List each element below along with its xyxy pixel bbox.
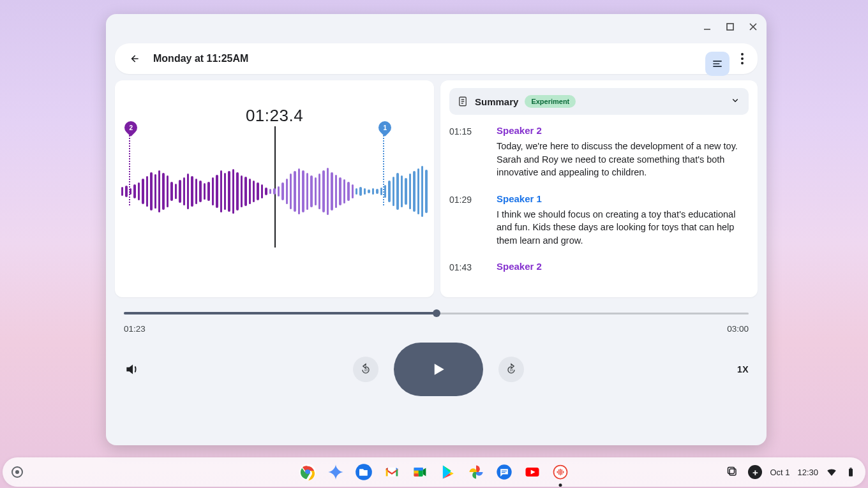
experiment-chip: Experiment [525, 95, 576, 108]
transcript-speaker: Speaker 1 [497, 193, 749, 204]
more-options-button[interactable] [733, 41, 751, 76]
summary-icon [457, 96, 468, 107]
play-store-app-icon[interactable] [438, 462, 458, 482]
volume-button[interactable] [124, 361, 140, 378]
shelf-apps [298, 462, 570, 482]
svg-rect-0 [727, 24, 733, 30]
summary-label: Summary [475, 96, 518, 107]
play-button[interactable] [394, 343, 483, 396]
gmail-app-icon[interactable] [382, 462, 401, 482]
transcript-timestamp: 01:43 [449, 261, 479, 276]
transcript-timestamp: 01:15 [449, 125, 479, 179]
chromeos-shelf: + Oct 1 12:30 [3, 457, 865, 487]
back-button[interactable] [126, 51, 142, 66]
app-header: Monday at 11:25AM [115, 43, 758, 74]
transcript-text: I think we should focus on creating a to… [497, 208, 749, 248]
svg-rect-11 [502, 471, 507, 471]
window-maximize-button[interactable] [724, 21, 736, 33]
player-controls: 01:23 03:00 10 10 1X [106, 297, 767, 403]
launcher-button[interactable] [11, 466, 23, 478]
playback-speed-button[interactable]: 1X [737, 364, 749, 374]
elapsed-time: 01:23 [124, 324, 146, 334]
shelf-date: Oct 1 [770, 468, 789, 477]
svg-rect-9 [414, 468, 423, 471]
recorder-app-icon[interactable] [551, 462, 570, 482]
files-app-icon[interactable] [354, 462, 373, 482]
transcript-entry[interactable]: 01:43Speaker 2 [449, 261, 749, 276]
chevron-down-icon [730, 94, 741, 108]
chrome-app-icon[interactable] [298, 462, 317, 482]
svg-rect-24 [850, 468, 852, 469]
transcript-panel: Summary Experiment 01:15Speaker 2Today, … [440, 80, 758, 297]
svg-text:10: 10 [364, 368, 368, 372]
waveform-bars [121, 147, 428, 236]
phone-hub-button[interactable]: + [748, 465, 762, 479]
photos-app-icon[interactable] [467, 462, 486, 482]
app-window: Monday at 11:25AM 01:23.4 2 1 Summary Ex… [106, 14, 767, 445]
recording-title: Monday at 11:25AM [153, 53, 705, 64]
shelf-time: 12:30 [797, 468, 818, 477]
transcript-entry[interactable]: 01:29Speaker 1I think we should focus on… [449, 193, 749, 248]
window-close-button[interactable] [747, 21, 759, 33]
transcript-timestamp: 01:29 [449, 193, 479, 248]
transcript-speaker: Speaker 2 [497, 261, 749, 272]
gemini-app-icon[interactable] [326, 462, 345, 482]
messages-app-icon[interactable] [495, 462, 514, 482]
system-status-area[interactable]: + Oct 1 12:30 [725, 464, 857, 480]
window-minimize-button[interactable] [701, 21, 713, 33]
svg-rect-21 [730, 469, 736, 475]
waveform-panel[interactable]: 01:23.4 2 1 [115, 80, 434, 297]
svg-rect-12 [502, 472, 505, 473]
youtube-app-icon[interactable] [523, 462, 542, 482]
tote-button[interactable] [725, 464, 740, 480]
meet-app-icon[interactable] [410, 462, 430, 482]
transcript-speaker: Speaker 2 [497, 125, 749, 136]
svg-text:10: 10 [510, 368, 514, 372]
window-titlebar [106, 14, 767, 40]
playhead-timecode: 01:23.4 [246, 106, 303, 126]
seek-track[interactable] [124, 309, 749, 318]
svg-rect-23 [849, 469, 853, 477]
battery-icon [845, 466, 857, 478]
transcript-toggle-button[interactable] [705, 52, 730, 76]
rewind-10-button[interactable]: 10 [353, 357, 378, 382]
forward-10-button[interactable]: 10 [498, 357, 524, 382]
transcript-list: 01:15Speaker 2Today, we're here to discu… [449, 125, 749, 290]
transcript-text: Today, we're here to discuss the develop… [497, 140, 749, 179]
svg-rect-22 [728, 468, 735, 474]
total-time: 03:00 [727, 324, 749, 334]
summary-toggle-row[interactable]: Summary Experiment [449, 88, 749, 115]
transcript-entry[interactable]: 01:15Speaker 2Today, we're here to discu… [449, 125, 749, 179]
wifi-icon [826, 466, 837, 478]
